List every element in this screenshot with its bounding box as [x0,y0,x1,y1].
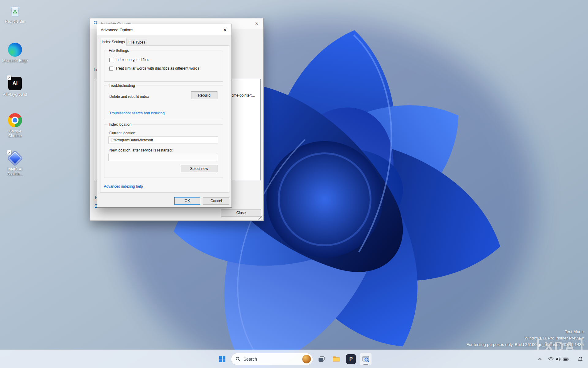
search-icon [236,357,240,362]
index-location-group: Index location Current location: C:\Prog… [104,125,223,178]
desktop-icon-intel-ai-assistant[interactable]: ↗ Intel® AI Assista... [1,151,29,176]
select-new-button[interactable]: Select new [181,165,217,172]
cancel-button[interactable]: Cancel [203,197,229,205]
search-label: Search [243,357,299,362]
volume-icon [556,356,561,362]
windows-logo-icon [219,356,226,362]
taskbar-center-group: Search P [216,350,372,368]
edge-icon [8,42,22,57]
indexing-options-taskbar-button[interactable] [360,353,372,365]
desktop-icon-label: Google Chrome [2,129,28,138]
desktop-icon-label: Intel® AI Assista... [2,167,28,176]
tab-file-types[interactable]: File Types [126,39,147,46]
app-p-button[interactable]: P [345,353,357,365]
index-settings-tab-panel: File Settings Index encrypted files Trea… [100,45,229,193]
task-view-icon [318,355,325,363]
advanced-dialog-titlebar[interactable]: Advanced Options ✕ [97,24,232,35]
desktop-icon-label: Microsoft Edge [2,59,28,63]
desktop-icon-google-chrome[interactable]: Google Chrome [1,113,29,138]
close-icon[interactable]: ✕ [250,18,263,29]
checkbox-label: Index encrypted files [115,58,149,62]
battery-icon [563,356,569,362]
troubleshooting-group: Troubleshooting Delete and rebuild index… [104,86,223,119]
group-legend: File Settings [107,48,130,53]
desktop-icon-label: Recycle Bin [5,19,25,24]
active-app-indicator [364,364,368,365]
desktop-icon-microsoft-edge[interactable]: Microsoft Edge [1,42,29,63]
resize-grip[interactable] [258,216,262,220]
troubleshoot-search-link[interactable]: Troubleshoot search and indexing [109,111,164,115]
notification-bell-icon[interactable] [576,353,585,365]
tab-index-settings[interactable]: Index Settings [100,38,126,46]
search-box[interactable]: Search [231,353,313,365]
desktop-screen: Recycle Bin Microsoft Edge Ai ↗ AI Playg… [0,0,588,368]
delete-rebuild-label: Delete and rebuild index [109,94,149,99]
checkbox[interactable] [109,58,113,62]
checkbox[interactable] [109,67,113,71]
desktop-icon-ai-playground[interactable]: Ai ↗ AI Playground [1,76,29,97]
checkbox-label: Treat similar words with diacritics as d… [115,66,199,71]
group-legend: Index location [107,122,133,127]
ai-playground-icon: Ai ↗ [8,76,22,91]
taskbar: Search P [0,350,588,368]
wifi-icon [548,356,554,362]
close-icon[interactable]: ✕ [218,24,232,35]
desktop-icon-label: AI Playground [3,92,27,97]
checkbox-treat-similar-words[interactable]: Treat similar words with diacritics as d… [109,66,199,71]
desktop-icon-recycle-bin[interactable]: Recycle Bin [1,3,29,24]
ok-button[interactable]: OK [174,197,200,205]
new-location-label: New location, after service is restarted… [109,148,173,152]
task-view-button[interactable] [315,353,328,365]
start-button[interactable] [216,353,228,365]
indexing-options-app-icon [362,355,370,363]
system-tray [536,350,585,368]
search-highlight-image[interactable] [302,355,311,363]
network-volume-battery-group[interactable] [546,353,571,365]
group-legend: Troubleshooting [107,83,136,88]
advanced-options-dialog: Advanced Options ✕ Index Settings File T… [97,24,232,208]
shortcut-arrow-icon: ↗ [7,150,11,155]
current-location-value: C:\ProgramData\Microsoft [108,136,218,144]
shortcut-arrow-icon: ↗ [7,75,11,80]
intel-ai-icon: ↗ [8,151,22,166]
advanced-indexing-help-link[interactable]: Advanced indexing help [104,184,143,189]
watermark-line: Test Mode [466,328,584,335]
file-explorer-icon [332,355,341,363]
advanced-dialog-title: Advanced Options [101,28,133,32]
file-settings-group: File Settings Index encrypted files Trea… [104,51,223,82]
new-location-input[interactable] [108,154,218,161]
windows-bloom-wallpaper [0,0,588,368]
tray-chevron-up-icon[interactable] [536,353,544,365]
close-button[interactable]: Close [221,209,261,217]
recycle-bin-icon [8,3,22,18]
p-app-icon: P [346,354,356,364]
file-explorer-button[interactable] [330,353,342,365]
rebuild-button[interactable]: Rebuild [191,91,217,99]
checkbox-index-encrypted-files[interactable]: Index encrypted files [109,58,149,62]
current-location-label: Current location: [109,131,136,135]
list-item-fragment: ome-pointer;... [231,93,255,98]
chrome-icon [8,113,22,128]
